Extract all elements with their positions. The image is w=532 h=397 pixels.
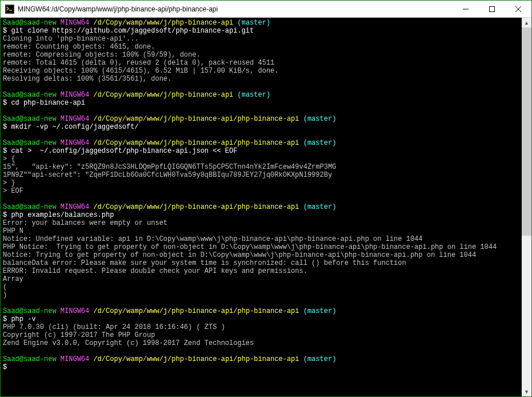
maximize-button[interactable]	[479, 1, 505, 17]
command-line: $ cd php-binance-api	[3, 99, 519, 107]
output-line: > }	[3, 179, 519, 187]
output-line: 15", "api-key": "z5RQZ9n8JcS3HLDQmPpfLQI…	[3, 163, 519, 171]
output-line: Error: your balances were empty or unset	[3, 219, 519, 227]
output-line: remote: Total 4615 (delta 0), reused 2 (…	[3, 59, 519, 67]
minimize-button[interactable]	[453, 1, 479, 17]
output-line: Array	[3, 275, 519, 283]
terminal-output[interactable]: Saad@saad-new MINGW64 /d/Copy/wamp/www/j…	[1, 18, 522, 396]
output-line: Copyright (c) 1997-2017 The PHP Group	[3, 331, 519, 339]
prompt-line: Saad@saad-new MINGW64 /d/Copy/wamp/www/j…	[3, 115, 519, 123]
command-line: $ cat > ~/.config/jaggedsoft/php-binance…	[3, 147, 519, 155]
output-line: PHP Notice: Trying to get property of no…	[3, 243, 519, 251]
svg-rect-4	[490, 6, 495, 11]
output-line: remote: Compressing objects: 100% (59/59…	[3, 51, 519, 59]
scroll-thumb[interactable]	[522, 27, 531, 236]
output-line: > EOF	[3, 187, 519, 195]
window-title: MINGW64:/d/Copy/wamp/www/j/php-binance-a…	[18, 5, 453, 13]
output-line: Resolving deltas: 100% (3561/3561), done…	[3, 75, 519, 83]
close-button[interactable]	[505, 1, 531, 17]
output-line: PHP N	[3, 227, 519, 235]
output-line: Notice: Trying to get property of non-ob…	[3, 251, 519, 259]
prompt-line: Saad@saad-new MINGW64 /d/Copy/wamp/www/j…	[3, 19, 519, 27]
output-line: PHP 7.0.30 (cli) (built: Apr 24 2018 16:…	[3, 323, 519, 331]
blank-line	[3, 131, 519, 139]
output-line: Receiving objects: 100% (4615/4615), 6.5…	[3, 67, 519, 75]
blank-line	[3, 83, 519, 91]
output-line: Cloning into 'php-binance-api'...	[3, 35, 519, 43]
vertical-scrollbar[interactable]: ▲ ▼	[522, 18, 531, 396]
output-line: Notice: Undefined variable: api in D:\Co…	[3, 235, 519, 243]
svg-rect-1	[6, 6, 13, 13]
window-titlebar: MINGW64:/d/Copy/wamp/www/j/php-binance-a…	[1, 1, 531, 18]
prompt-line: Saad@saad-new MINGW64 /d/Copy/wamp/www/j…	[3, 203, 519, 211]
command-line: $ php examples/balances.php	[3, 211, 519, 219]
prompt-line: Saad@saad-new MINGW64 /d/Copy/wamp/www/j…	[3, 139, 519, 147]
scroll-track[interactable]	[522, 27, 531, 387]
scroll-up-button[interactable]: ▲	[522, 18, 531, 27]
output-line: remote: Counting objects: 4615, done.	[3, 43, 519, 51]
command-line: $ php -v	[3, 315, 519, 323]
prompt-line: Saad@saad-new MINGW64 /d/Copy/wamp/www/j…	[3, 307, 519, 315]
output-line: Zend Engine v3.0.0, Copyright (c) 1998-2…	[3, 339, 519, 347]
output-line: balanceData error: Please make sure your…	[3, 259, 519, 267]
output-line: (	[3, 283, 519, 291]
blank-line	[3, 347, 519, 355]
prompt-line: Saad@saad-new MINGW64 /d/Copy/wamp/www/j…	[3, 91, 519, 99]
command-line: $ mkdir -vp ~/.config/jaggedsoft/	[3, 123, 519, 131]
output-line: 1PN9Z""api-secret": "ZqePF1DcLb6Oa0CfcLW…	[3, 171, 519, 179]
blank-line	[3, 299, 519, 307]
output-line: )	[3, 291, 519, 299]
prompt-line: Saad@saad-new MINGW64 /d/Copy/wamp/www/j…	[3, 355, 519, 363]
scroll-down-button[interactable]: ▼	[522, 387, 531, 396]
blank-line	[3, 195, 519, 203]
output-line: ERROR: Invalid request. Please double ch…	[3, 267, 519, 275]
blank-line	[3, 107, 519, 115]
app-icon	[5, 5, 14, 14]
command-line: $ git clone https://github.com/jaggedsof…	[3, 27, 519, 35]
output-line: > {	[3, 155, 519, 163]
command-line: $	[3, 363, 519, 371]
